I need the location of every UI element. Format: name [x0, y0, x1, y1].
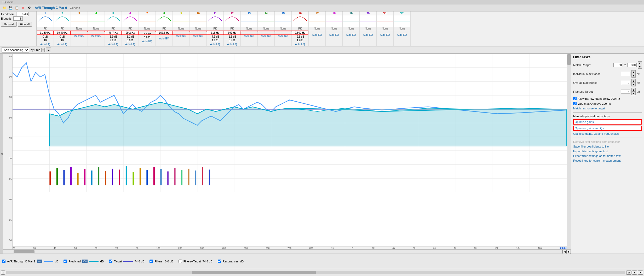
filter-autoeq-4[interactable]: Auto EQ	[88, 34, 105, 38]
flatness-up[interactable]: ▲	[631, 88, 636, 92]
filter-autoeq-13[interactable]: Auto EQ	[241, 34, 257, 38]
filter-curve-11[interactable]	[207, 15, 223, 27]
filter-curve-8[interactable]	[156, 15, 172, 27]
filter-type-3[interactable]: None	[71, 27, 88, 31]
filter-freq-5[interactable]: 78.7 Hz	[105, 31, 122, 35]
export-text-link[interactable]: Export filter settings as text	[573, 149, 642, 153]
filter-curve-14[interactable]	[258, 15, 274, 27]
collapse-left-button[interactable]: ◀	[0, 54, 3, 254]
save-icon[interactable]: 💾	[8, 5, 13, 10]
overall-boost-down[interactable]: ▼	[631, 83, 636, 86]
filter-type-X2[interactable]: None	[394, 27, 410, 31]
view-btn-3[interactable]: ▼	[638, 271, 643, 275]
filter-curve-3[interactable]	[71, 15, 88, 27]
filter-curve-6[interactable]	[122, 15, 139, 27]
filter-autoeq-X1[interactable]: Auto EQ	[377, 33, 393, 37]
sort-by-dropdown[interactable]: ▾	[41, 48, 45, 52]
match-to-up[interactable]: ▲	[638, 61, 642, 65]
target-checkbox[interactable]	[109, 260, 112, 263]
filter-autoeq-X2[interactable]: Auto EQ	[394, 33, 410, 37]
filter-curve-9[interactable]	[173, 15, 189, 27]
delete-icon[interactable]: ✕	[20, 5, 26, 10]
scroll-right-btn[interactable]: ▶	[567, 250, 571, 254]
scroll-left-btn[interactable]: ◀	[562, 250, 567, 254]
copy-icon[interactable]: 📋	[14, 5, 19, 10]
ind-boost-down[interactable]: ▼	[631, 74, 636, 78]
filter-type-8[interactable]: PK	[156, 27, 172, 31]
bottom-scroll-thumb[interactable]	[192, 271, 316, 274]
filter-type-1[interactable]: PK	[37, 27, 54, 31]
filter-q-12[interactable]: 8.761	[224, 39, 240, 42]
filter-autoeq-2[interactable]: Auto EQ	[54, 42, 71, 46]
resonances-checkbox[interactable]	[218, 260, 221, 263]
optimise-gains-qs-button[interactable]: Optimise gains and Qs	[573, 126, 642, 131]
filter-autoeq-6[interactable]: Auto EQ	[122, 42, 139, 46]
save-coefficients-link[interactable]: Save filter coefficients to file	[573, 145, 642, 148]
filter-curve-18[interactable]	[326, 15, 342, 27]
filter-curve-7[interactable]	[139, 15, 156, 27]
hide-all-button[interactable]: Hide all	[18, 22, 32, 27]
filter-curve-1[interactable]	[37, 15, 54, 27]
filter-curve-2[interactable]	[54, 15, 71, 27]
filter-q-7[interactable]: 3.923	[139, 36, 156, 39]
filter-freq-11[interactable]: 315 Hz	[207, 31, 223, 35]
filter-freq-1[interactable]: 31.30 Hz	[37, 31, 54, 35]
filters-target-checkbox[interactable]	[179, 260, 182, 263]
filter-type-5[interactable]: PK	[105, 27, 122, 31]
filter-type-2[interactable]: PK	[54, 27, 71, 31]
flatness-input[interactable]	[621, 90, 630, 94]
filter-type-13[interactable]: None	[241, 27, 257, 31]
headroom-input[interactable]	[16, 12, 29, 16]
filter-q-11[interactable]: 1.923	[207, 39, 223, 42]
filter-type-X1[interactable]: None	[377, 27, 393, 31]
filter-curve-19[interactable]	[343, 15, 359, 27]
filter-autoeq-16[interactable]: Auto EQ	[292, 42, 308, 46]
view-btn-2[interactable]: ▲	[632, 271, 637, 275]
overall-boost-input[interactable]	[621, 81, 630, 85]
horizontal-scroll-thumb[interactable]	[14, 250, 34, 253]
filter-autoeq-1[interactable]: Auto EQ	[37, 42, 54, 46]
filter-q-5[interactable]: 9.256	[105, 39, 122, 42]
filter-autoeq-3[interactable]: Auto EQ	[71, 34, 88, 38]
match-range-from-input[interactable]	[613, 63, 623, 67]
filter-autoeq-10[interactable]: Auto EQ	[190, 34, 206, 38]
bottom-horizontal-track[interactable]	[6, 271, 625, 274]
filter-freq-12[interactable]: 397 Hz	[224, 31, 240, 35]
measurement-var-box[interactable]: Var	[37, 260, 42, 263]
individual-boost-input[interactable]	[621, 72, 630, 76]
filter-autoeq-19[interactable]: Auto EQ	[343, 33, 359, 37]
filter-gain-11[interactable]: -7.3 dB	[207, 35, 223, 39]
settings-icon[interactable]: ⚙	[27, 5, 32, 10]
predicted-checkbox[interactable]	[64, 260, 67, 263]
filter-curve-16[interactable]	[292, 15, 308, 27]
filter-autoeq-14[interactable]: Auto EQ	[258, 34, 274, 38]
filter-curve-12[interactable]	[224, 15, 240, 27]
filter-autoeq-11[interactable]: Auto EQ	[207, 42, 223, 46]
horizontal-scrollbar[interactable]: ◀ ▶	[3, 249, 571, 254]
vary-q-checkbox[interactable]	[573, 102, 577, 105]
filter-autoeq-18[interactable]: Auto EQ	[326, 33, 342, 37]
filter-freq-8[interactable]: 157.5 Hz	[156, 31, 172, 35]
retrieve-link[interactable]: Retrieve filter settings from equaliser	[573, 140, 642, 144]
filter-type-16[interactable]: PK	[292, 27, 308, 31]
match-response-link[interactable]: Match response to target	[573, 107, 642, 110]
filter-type-20[interactable]: None	[360, 27, 376, 31]
filter-autoeq-12[interactable]: Auto EQ	[224, 42, 240, 46]
allow-narrow-checkbox[interactable]	[573, 97, 577, 100]
filter-curve-10[interactable]	[190, 15, 206, 27]
filter-curve-X2[interactable]	[394, 15, 410, 27]
graph-canvas[interactable]: 20 30 40 50 60 70 80 100 200 300 400 500…	[13, 54, 567, 249]
predicted-var-box[interactable]: Var	[82, 260, 88, 263]
filter-gain-7[interactable]: -6.5 dB	[139, 32, 156, 36]
filter-type-15[interactable]: None	[275, 27, 291, 31]
filter-type-17[interactable]: None	[309, 27, 325, 31]
sort-ascending-select[interactable]: Sort Ascending	[2, 47, 29, 52]
show-all-button[interactable]: Show all	[1, 22, 17, 27]
flatness-down[interactable]: ▼	[631, 92, 636, 95]
filters-checkbox[interactable]	[150, 260, 153, 263]
filter-gain-1[interactable]: 0 dB	[37, 35, 54, 39]
filter-curve-17[interactable]	[309, 15, 325, 27]
ind-boost-up[interactable]: ▲	[631, 70, 636, 74]
filter-type-19[interactable]: None	[343, 27, 359, 31]
filter-gain-6[interactable]: -5.1 dB	[122, 35, 139, 39]
